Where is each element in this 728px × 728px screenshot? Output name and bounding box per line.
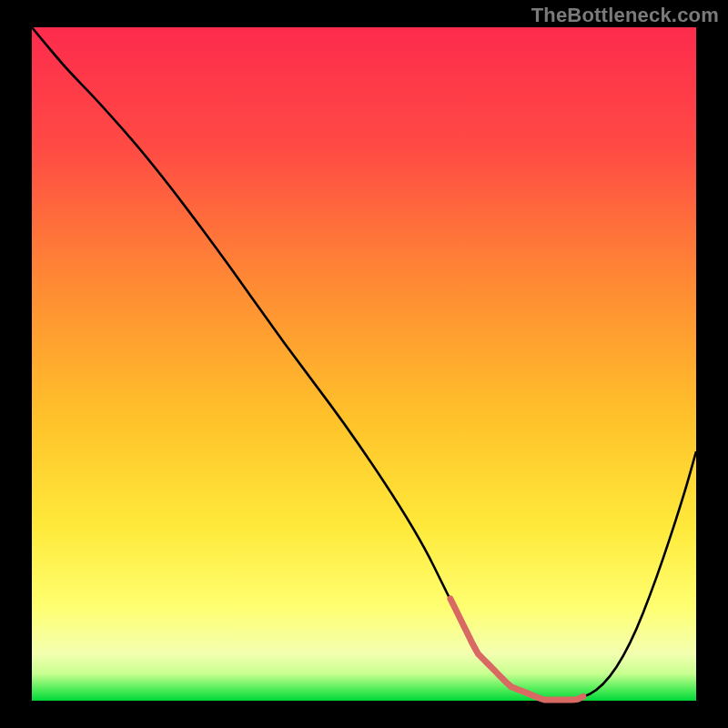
bottleneck-chart (0, 0, 728, 728)
watermark-text: TheBottleneck.com (531, 4, 719, 27)
chart-stage: TheBottleneck.com (0, 0, 728, 728)
plot-background (32, 27, 696, 701)
